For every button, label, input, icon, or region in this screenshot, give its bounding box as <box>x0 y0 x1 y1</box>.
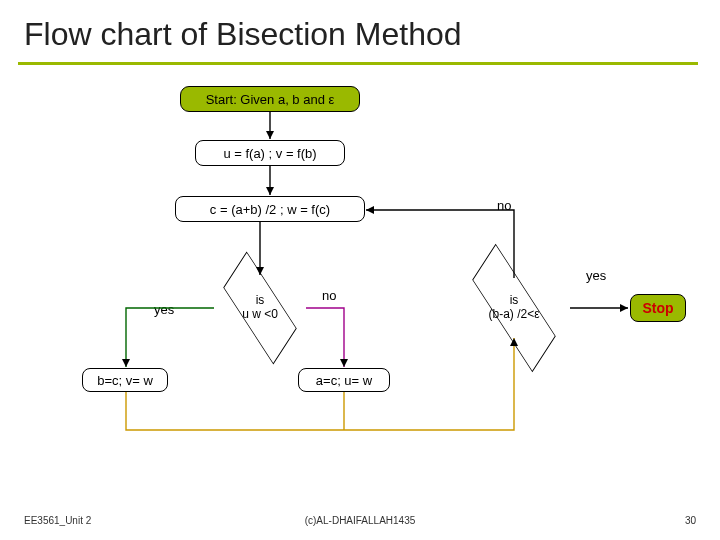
label-yes-2: yes <box>586 268 606 283</box>
footer-right: 30 <box>685 515 696 526</box>
start-node: Start: Given a, b and ε <box>180 86 360 112</box>
stop-node: Stop <box>630 294 686 322</box>
decision-sign-l1: is <box>256 294 265 308</box>
page-title: Flow chart of Bisection Method <box>24 16 462 53</box>
label-no-1: no <box>322 288 336 303</box>
process-update-left: b=c; v= w <box>82 368 168 392</box>
process-update-right: a=c; u= w <box>298 368 390 392</box>
footer-left: EE3561_Unit 2 <box>24 515 91 526</box>
footer-center: (c)AL-DHAIFALLAH1435 <box>305 515 416 526</box>
label-yes-1: yes <box>154 302 174 317</box>
decision-sign: is u w <0 <box>215 280 305 336</box>
flow-arrows <box>0 0 720 540</box>
title-rule <box>18 62 698 65</box>
decision-sign-l2: u w <0 <box>242 308 278 322</box>
label-no-2: no <box>497 198 511 213</box>
process-cw: c = (a+b) /2 ; w = f(c) <box>175 196 365 222</box>
decision-tol-l1: is <box>510 294 519 308</box>
decision-tolerance: is (b-a) /2<ε <box>460 280 568 336</box>
decision-tol-l2: (b-a) /2<ε <box>488 308 539 322</box>
process-uv: u = f(a) ; v = f(b) <box>195 140 345 166</box>
